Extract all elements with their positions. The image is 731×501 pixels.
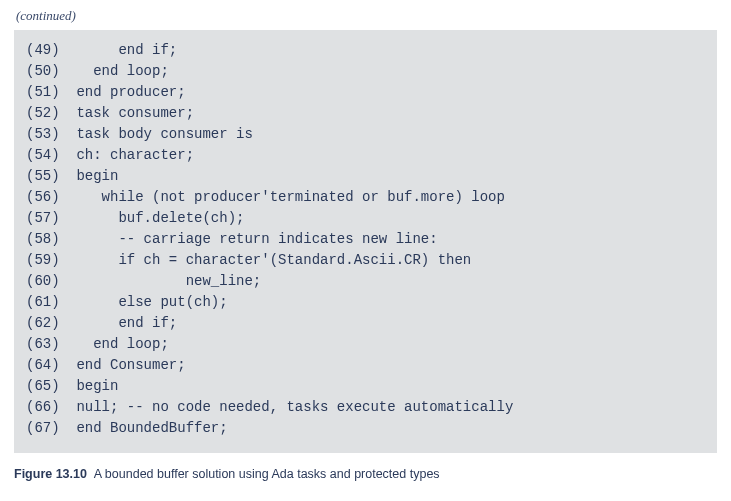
code-line: (58) -- carriage return indicates new li…	[26, 229, 705, 250]
figure-caption-text: A bounded buffer solution using Ada task…	[94, 467, 440, 481]
code-line: (59) if ch = character'(Standard.Ascii.C…	[26, 250, 705, 271]
code-line: (52) task consumer;	[26, 103, 705, 124]
code-line: (51) end producer;	[26, 82, 705, 103]
code-line: (56) while (not producer'terminated or b…	[26, 187, 705, 208]
code-line: (65) begin	[26, 376, 705, 397]
code-line: (61) else put(ch);	[26, 292, 705, 313]
code-line: (57) buf.delete(ch);	[26, 208, 705, 229]
code-line: (67) end BoundedBuffer;	[26, 418, 705, 439]
code-line: (62) end if;	[26, 313, 705, 334]
continued-label: (continued)	[16, 8, 717, 24]
code-line: (55) begin	[26, 166, 705, 187]
code-line: (50) end loop;	[26, 61, 705, 82]
code-line: (60) new_line;	[26, 271, 705, 292]
page: (continued) (49) end if; (50) end loop; …	[0, 0, 731, 495]
code-line: (63) end loop;	[26, 334, 705, 355]
figure-label: Figure 13.10	[14, 467, 87, 481]
code-line: (53) task body consumer is	[26, 124, 705, 145]
code-block: (49) end if; (50) end loop; (51) end pro…	[14, 30, 717, 453]
figure-caption: Figure 13.10 A bounded buffer solution u…	[14, 467, 717, 481]
code-line: (66) null; -- no code needed, tasks exec…	[26, 397, 705, 418]
code-line: (49) end if;	[26, 40, 705, 61]
code-line: (64) end Consumer;	[26, 355, 705, 376]
code-line: (54) ch: character;	[26, 145, 705, 166]
